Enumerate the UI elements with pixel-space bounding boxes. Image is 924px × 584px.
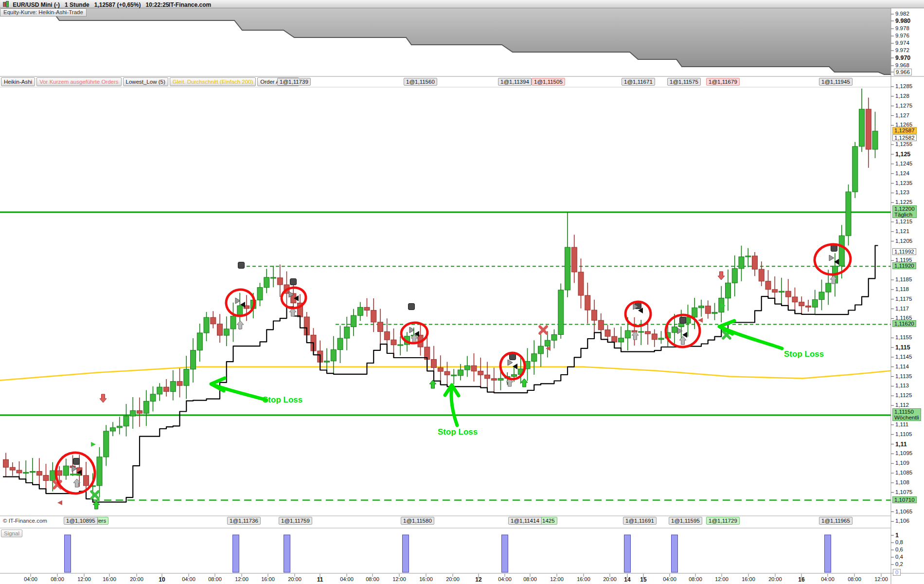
price-axis-label: 1,117: [895, 306, 909, 311]
indicator-button-vor-kurzem-ausgef-hrte-orders[interactable]: Vor Kurzem ausgeführte Orders: [36, 77, 121, 86]
candlestick-icon: [2, 1, 9, 7]
price-axis-label: 1,1155: [895, 334, 912, 340]
stop-loss-text: Stop Loss: [784, 349, 824, 359]
order-price-label: 1@1,11505: [532, 78, 565, 86]
price-axis-label: 1,1285: [895, 83, 912, 89]
price-highlight-label: 1,10710: [892, 496, 917, 503]
order-square-marker: [238, 262, 245, 269]
time-axis-label: 08:00: [366, 576, 379, 582]
order-price-label: 1@1,11394: [498, 78, 532, 86]
equity-axis-label: 9.972: [895, 47, 909, 53]
order-price-label: 1@1,11560: [404, 78, 437, 86]
price-axis-label: 1,1105: [895, 431, 912, 437]
time-axis-label: 16:00: [742, 576, 755, 582]
time-axis-label: 16:00: [103, 576, 116, 582]
time-axis-label: 20:00: [446, 576, 460, 582]
signal-panel-button[interactable]: Signal: [1, 529, 22, 537]
time-axis-label: 12: [475, 576, 481, 583]
price-axis-label: 1,114: [895, 364, 909, 369]
equity-axis-label: 9.966: [894, 69, 912, 75]
signal-current-value: 0: [893, 569, 901, 576]
price-highlight-label: 1,12200Täglich: [892, 205, 917, 218]
time-axis-label: 10: [159, 576, 165, 583]
signal-axis-label: 0,8: [895, 539, 903, 545]
red-left-triangle-icon: [57, 500, 62, 505]
order-square-marker: [680, 317, 686, 324]
order-square-marker: [510, 354, 516, 360]
price-axis-label: 1,121: [895, 228, 909, 234]
order-price-label: 1@1,11691: [623, 517, 657, 525]
price-axis-label: 1,108: [895, 479, 909, 485]
price-axis-label: 1,125: [895, 151, 910, 158]
brand-logo: IT-Finance.com: [169, 1, 211, 8]
title-bar: EUR/USD Mini (-) 1 Stunde 1,12587 (+0,65…: [0, 0, 924, 8]
equity-axis-label: 9.978: [895, 25, 909, 31]
green-arrowhead: [211, 378, 225, 391]
order-price-label: 1@1,11739: [277, 78, 311, 86]
signal-bar: [825, 535, 831, 572]
equity-axis-label: 9.982: [895, 11, 909, 17]
time-axis-label: 20:00: [288, 576, 302, 582]
time-axis-label: 04:00: [24, 576, 37, 582]
indicator-button-lowest-low-5-[interactable]: Lowest_Low (5): [123, 77, 168, 86]
time-axis-label: 08:00: [523, 576, 537, 582]
price-axis-label: 1,1145: [895, 354, 912, 360]
time-axis-label: 12:00: [77, 576, 91, 582]
price-axis-label: 1,106: [895, 518, 909, 524]
price-axis-label: 1,124: [895, 170, 909, 176]
price-axis-label: 1,1075: [895, 489, 912, 495]
order-price-label: 1@1,10895: [64, 517, 98, 525]
stop-loss-text: Stop Loss: [263, 395, 302, 404]
signal-axis-label: 0,4: [895, 554, 903, 560]
time-axis-label: 20:00: [768, 576, 782, 582]
order-price-label: 1@1,11671: [622, 78, 655, 86]
time-axis-label: 14: [624, 576, 630, 583]
price-axis-label: 1,1185: [895, 276, 912, 282]
time-axis-label: 16: [798, 576, 804, 583]
last-price: 1,12587 (+0,65%): [94, 1, 141, 8]
price-axis-label: 1,1225: [895, 199, 912, 205]
time-axis-label: 08:00: [208, 576, 222, 582]
equity-curve-tab[interactable]: Equity-Kurve: Heikin-Ashi-Trade: [0, 8, 87, 17]
order-square-marker: [409, 304, 415, 310]
buy-order-arrow-icon: [237, 321, 244, 329]
instrument-name: EUR/USD Mini (-): [13, 1, 60, 8]
price-axis-label: 1,111: [895, 421, 908, 427]
price-axis-label: 1,1175: [895, 296, 912, 302]
price-axis-label: 1,1095: [895, 450, 912, 456]
order-price-label: 1@1,11736: [227, 517, 261, 525]
timeframe-label: 1 Stunde: [65, 1, 89, 8]
price-highlight-label: 1,11992: [892, 248, 916, 255]
order-price-label: 1425: [540, 517, 557, 525]
time-axis-label: 12:00: [715, 576, 729, 582]
equity-axis-label: 9.970: [895, 55, 910, 61]
price-axis-label: 1,118: [895, 286, 909, 292]
indicator-button-gleit-durchschnitt-einfach-200-[interactable]: Gleit. Durchschnitt (Einfach 200): [170, 77, 256, 86]
price-axis-label: 1,115: [895, 344, 910, 351]
price-axis-label: 1,128: [895, 93, 909, 99]
signal-axis-label: 0,6: [895, 547, 903, 552]
order-price-label: 1@1,11729: [706, 517, 740, 525]
price-axis-label: 1,123: [895, 189, 909, 195]
order-price-label: 1@1,11965: [819, 517, 853, 525]
price-highlight-label: 1,12582: [892, 134, 917, 141]
order-price-label: 1@1,11679: [706, 78, 740, 86]
time-axis-label: 04:00: [182, 576, 195, 582]
time-axis-label: 08:00: [848, 576, 861, 582]
sell-order-arrow-icon: [718, 272, 725, 280]
order-price-label: 1@1,11580: [401, 517, 434, 525]
price-axis-label: 1,1205: [895, 238, 912, 244]
price-axis-label: 1,109: [895, 460, 909, 466]
chart-canvas[interactable]: Stop LossStop LossStop Loss: [0, 0, 924, 584]
price-axis-label: 1,1085: [895, 470, 912, 475]
time-axis-label: 04:00: [498, 576, 512, 582]
order-price-label: 1@1,11759: [279, 517, 312, 525]
price-axis-label: 1,1275: [895, 103, 912, 109]
signal-axis-label: 0,2: [895, 561, 903, 567]
price-axis-label: 1,1125: [895, 392, 912, 398]
time-axis-label: 08:00: [51, 576, 64, 582]
indicator-button-heikin-ashi[interactable]: Heikin-Ashi: [1, 77, 35, 86]
time-axis-label: 12:00: [874, 576, 888, 582]
red-left-triangle-icon: [698, 318, 703, 323]
order-square-marker: [831, 245, 837, 252]
